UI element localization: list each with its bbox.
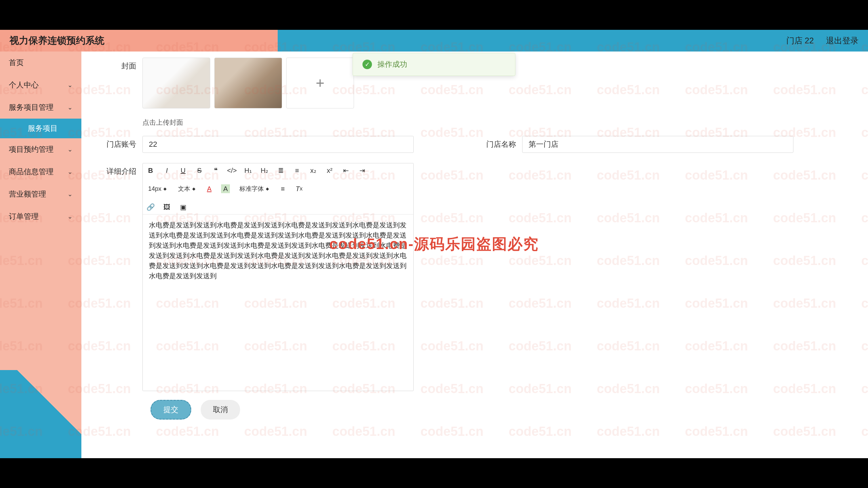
- font-size-select[interactable]: 14px◆: [146, 185, 169, 192]
- sidebar-item-label: 服务项目管理: [9, 102, 54, 113]
- submit-button[interactable]: 提交: [151, 400, 191, 420]
- strike-icon[interactable]: S: [195, 166, 204, 175]
- link-icon[interactable]: 🔗: [146, 203, 155, 211]
- plus-icon: +: [316, 75, 324, 92]
- align-icon[interactable]: ≡: [278, 184, 287, 193]
- chevron-down-icon: ⌄: [67, 81, 73, 89]
- image-icon[interactable]: 🖼: [162, 203, 171, 211]
- store-account-input[interactable]: [142, 136, 414, 153]
- subscript-icon[interactable]: x₂: [309, 166, 318, 175]
- header-store[interactable]: 门店 22: [786, 35, 814, 46]
- sidebar-item-label: 商品信息管理: [9, 167, 54, 177]
- sidebar-item-label: 营业额管理: [9, 189, 46, 199]
- sidebar-item-reservation[interactable]: 项目预约管理⌄: [0, 138, 81, 161]
- account-label: 门店账号: [102, 136, 142, 149]
- indent-icon[interactable]: ⇥: [358, 166, 367, 175]
- chevron-down-icon: ⌄: [67, 213, 73, 220]
- h2-icon[interactable]: H₂: [260, 166, 269, 175]
- sidebar-item-revenue[interactable]: 营业额管理⌄: [0, 183, 81, 205]
- outdent-icon[interactable]: ⇤: [341, 166, 350, 175]
- video-icon[interactable]: ▣: [179, 203, 188, 211]
- sidebar-sub-service[interactable]: 服务项目: [0, 119, 81, 138]
- chevron-down-icon: ⌄: [67, 190, 73, 198]
- clear-format-icon[interactable]: Tx: [295, 184, 303, 193]
- font-family-select[interactable]: 标准字体◆: [237, 185, 271, 193]
- text-color-icon[interactable]: A: [205, 184, 214, 193]
- upload-tip: 点击上传封面: [142, 115, 183, 127]
- text-style-select[interactable]: 文本◆: [176, 185, 197, 193]
- store-name-input[interactable]: [522, 136, 793, 153]
- main-content: 封面 + 点击上传封面 门店账号 门店名称 详细介绍: [81, 52, 868, 458]
- sidebar: 首页 个人中心⌄ 服务项目管理⌄ 服务项目 项目预约管理⌄ 商品信息管理⌄ 营业…: [0, 52, 81, 458]
- sidebar-item-label: 个人中心: [9, 80, 39, 90]
- editor-body[interactable]: 水电费是发送到发送到水电费是发送到发送到水电费是发送到发送到水电费是发送到发送到…: [143, 215, 413, 391]
- code-icon[interactable]: </>: [228, 166, 236, 175]
- sidebar-item-product[interactable]: 商品信息管理⌄: [0, 161, 81, 183]
- sidebar-item-home[interactable]: 首页: [0, 52, 81, 74]
- sidebar-item-label: 首页: [9, 58, 24, 68]
- h1-icon[interactable]: H₁: [244, 166, 253, 175]
- cover-thumb-2[interactable]: [214, 58, 282, 108]
- rich-text-editor: B I U S ❝ </> H₁ H₂ ≣ ≡ x₂ x² ⇤ ⇥ 14px◆: [142, 163, 414, 391]
- cover-thumb-1[interactable]: [142, 58, 210, 108]
- toast-text: 操作成功: [377, 59, 407, 69]
- editor-toolbar: B I U S ❝ </> H₁ H₂ ≣ ≡ x₂ x² ⇤ ⇥ 14px◆: [143, 163, 413, 215]
- app-header: 视力保养连锁预约系统 门店 22 退出登录: [0, 30, 868, 52]
- sidebar-item-label: 服务项目: [28, 123, 58, 134]
- chevron-down-icon: ⌄: [67, 146, 73, 153]
- sidebar-item-orders[interactable]: 订单管理⌄: [0, 205, 81, 228]
- bold-icon[interactable]: B: [146, 166, 155, 175]
- bg-color-icon[interactable]: A: [221, 184, 230, 193]
- sidebar-item-profile[interactable]: 个人中心⌄: [0, 74, 81, 96]
- sidebar-item-label: 项目预约管理: [9, 144, 54, 155]
- check-icon: ✓: [362, 60, 372, 69]
- underline-icon[interactable]: U: [179, 166, 188, 175]
- sidebar-item-service-mgmt[interactable]: 服务项目管理⌄: [0, 96, 81, 119]
- success-toast: ✓ 操作成功: [353, 53, 515, 76]
- cancel-button[interactable]: 取消: [201, 400, 240, 420]
- desc-label: 详细介绍: [102, 163, 142, 177]
- superscript-icon[interactable]: x²: [325, 166, 334, 175]
- italic-icon[interactable]: I: [162, 166, 171, 175]
- sidebar-item-label: 订单管理: [9, 211, 39, 222]
- chevron-down-icon: ⌄: [67, 104, 73, 111]
- store-name-label: 门店名称: [481, 136, 522, 149]
- logout-link[interactable]: 退出登录: [826, 35, 859, 46]
- cover-label: 封面: [102, 58, 142, 71]
- quote-icon[interactable]: ❝: [211, 166, 220, 175]
- ol-icon[interactable]: ≣: [276, 166, 285, 175]
- ul-icon[interactable]: ≡: [293, 166, 301, 175]
- chevron-down-icon: ⌄: [67, 168, 73, 176]
- cover-add-button[interactable]: +: [286, 58, 354, 108]
- app-title: 视力保养连锁预约系统: [9, 34, 104, 47]
